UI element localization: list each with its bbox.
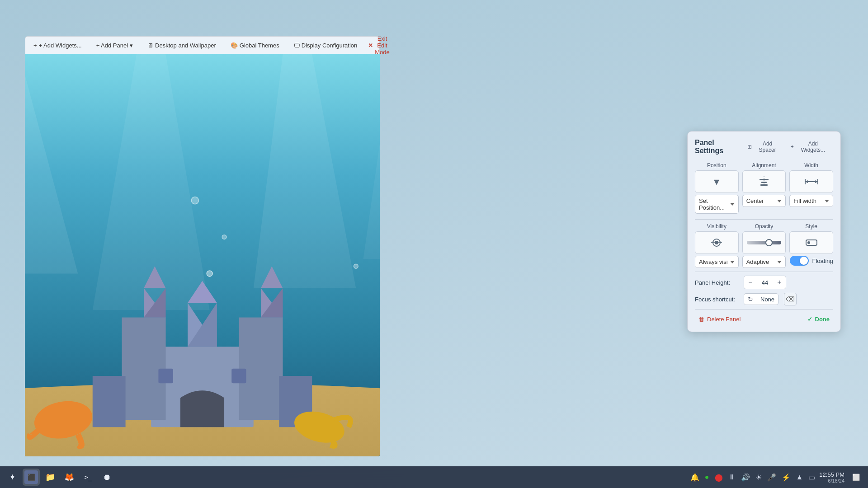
global-themes-label: Global Themes xyxy=(240,42,279,49)
delete-panel-button[interactable]: 🗑 Delete Panel xyxy=(695,314,744,324)
header-add-widgets-button[interactable]: + Add Widgets... xyxy=(788,139,833,155)
mic-tray-icon[interactable]: 🎤 xyxy=(766,472,778,483)
panel-settings-header: Panel Settings ⊞ Add Spacer + Add Widget… xyxy=(695,139,833,155)
focus-shortcut-value: None xyxy=(757,294,778,305)
add-panel-button[interactable]: + Add Panel ▾ xyxy=(92,40,137,51)
visibility-label: Visibility xyxy=(707,223,726,230)
active-app-icon: ⬛ xyxy=(24,470,38,484)
network-tray-icon[interactable]: ▲ xyxy=(795,472,805,482)
display-icon: 🖵 xyxy=(294,42,300,49)
panel-settings-bottom-actions: 🗑 Delete Panel ✓ Done xyxy=(695,314,833,324)
panel-height-row: Panel Height: − 44 + xyxy=(695,276,833,289)
battery-tray-icon[interactable]: ▭ xyxy=(807,472,816,483)
app-tray-icon1[interactable]: ● xyxy=(703,472,711,482)
add-widgets-label: + Add Widgets... xyxy=(39,42,82,49)
width-icon-box xyxy=(789,170,833,193)
media-play-tray-icon[interactable]: ⏸ xyxy=(727,472,737,482)
add-spacer-button[interactable]: ⊞ Add Spacer xyxy=(745,139,784,155)
svg-rect-19 xyxy=(231,369,246,383)
active-app-button[interactable]: ⬛ xyxy=(23,469,40,486)
shortcut-clear-button[interactable]: ⌫ xyxy=(784,293,797,305)
divider-1 xyxy=(695,219,833,220)
alignment-dropdown[interactable]: Center Left Right xyxy=(742,195,786,207)
exit-icon: ✕ xyxy=(368,42,373,49)
visibility-always-icon xyxy=(709,236,724,249)
volume-tray-icon[interactable]: 🔊 xyxy=(740,472,751,483)
panel-settings-actions: ⊞ Add Spacer + Add Widgets... xyxy=(745,139,833,155)
floating-toggle-row: Floating xyxy=(789,256,833,266)
height-increase-button[interactable]: + xyxy=(773,276,786,289)
visibility-icon-box xyxy=(695,231,739,254)
bluetooth-tray-icon[interactable]: ⚡ xyxy=(780,472,792,483)
opacity-col: Opacity Adaptive 100% Transparent xyxy=(742,223,786,268)
terminal-button[interactable]: >_ xyxy=(80,469,97,486)
focus-shortcut-control: ↻ None xyxy=(744,293,778,305)
visibility-dropdown[interactable]: Always visible Auto hide xyxy=(695,256,739,268)
desktop-wallpaper-label: Desktop and Wallpaper xyxy=(155,42,216,49)
file-manager-button[interactable]: 📁 xyxy=(42,469,59,486)
wallpaper-preview xyxy=(25,54,380,456)
floating-toggle[interactable] xyxy=(790,256,809,266)
add-panel-chevron: ▾ xyxy=(130,42,133,49)
panel-height-label: Panel Height: xyxy=(695,279,740,286)
set-position-dropdown[interactable]: Set Position... xyxy=(695,195,739,214)
global-themes-button[interactable]: 🎨 Global Themes xyxy=(226,40,284,51)
style-col: Style Floating xyxy=(789,223,833,268)
panel-settings-panel: Panel Settings ⊞ Add Spacer + Add Widget… xyxy=(687,131,841,332)
taskbar: ✦ ⬛ 📁 🦊 >_ ⏺ 🔔 ● ⬤ ⏸ 🔊 ☀ 🎤 ⚡ ▲ ▭ 12:55 P… xyxy=(0,466,868,488)
focus-shortcut-row: Focus shortcut: ↻ None ⌫ xyxy=(695,293,833,305)
panel-height-control: − 44 + xyxy=(744,276,786,289)
add-widgets-button[interactable]: + + Add Widgets... xyxy=(29,40,86,51)
desktop-wallpaper-button[interactable]: 🖥 Desktop and Wallpaper xyxy=(143,40,221,51)
delete-panel-label: Delete Panel xyxy=(707,316,741,323)
browser-button[interactable]: 🦊 xyxy=(61,469,78,486)
record-tray-icon[interactable]: ⬤ xyxy=(713,472,724,483)
exit-edit-mode-button[interactable]: ✕ Exit Edit Mode xyxy=(363,33,394,57)
alignment-col: Alignment Center Left Right xyxy=(742,162,786,214)
fill-width-icon xyxy=(804,175,819,188)
obs-button[interactable]: ⏺ xyxy=(99,469,116,486)
opacity-label: Opacity xyxy=(755,223,774,230)
style-icon xyxy=(804,236,819,249)
clear-icon: ⌫ xyxy=(786,296,795,303)
checkmark-icon: ✓ xyxy=(807,316,812,323)
position-icon-box: ▾ xyxy=(695,170,739,193)
svg-rect-7 xyxy=(122,318,166,420)
add-widgets-icon: + xyxy=(33,42,37,49)
taskbar-right: 🔔 ● ⬤ ⏸ 🔊 ☀ 🎤 ⚡ ▲ ▭ 12:55 PM 6/16/24 ⬜ xyxy=(689,469,864,486)
height-decrease-button[interactable]: − xyxy=(744,276,757,289)
style-icon-box xyxy=(789,231,833,254)
svg-point-47 xyxy=(807,241,810,244)
position-alignment-width-section: Position ▾ Set Position... Alignment xyxy=(695,162,833,214)
done-button[interactable]: ✓ Done xyxy=(804,314,834,324)
visibility-col: Visibility Always visible Auto hide xyxy=(695,223,739,268)
svg-point-27 xyxy=(222,235,226,239)
display-config-label: Display Configuration xyxy=(302,42,358,49)
width-dropdown[interactable]: Fill width Custom xyxy=(789,195,833,207)
svg-point-30 xyxy=(354,264,358,268)
width-label: Width xyxy=(804,162,818,169)
opacity-icon-box xyxy=(742,231,786,254)
visibility-opacity-style-section: Visibility Always visible Auto hide Opac… xyxy=(695,223,833,268)
add-panel-label: + Add Panel xyxy=(96,42,128,49)
clock-widget[interactable]: 12:55 PM 6/16/24 xyxy=(819,471,844,483)
shortcut-refresh-icon: ↻ xyxy=(744,294,757,305)
show-desktop-button[interactable]: ⬜ xyxy=(847,469,864,486)
notification-tray-icon[interactable]: 🔔 xyxy=(689,472,701,483)
svg-point-43 xyxy=(715,241,718,244)
svg-point-26 xyxy=(207,271,212,277)
clock-date: 6/16/24 xyxy=(819,478,844,483)
divider-2 xyxy=(695,272,833,272)
focus-shortcut-label: Focus shortcut: xyxy=(695,296,740,303)
panel-height-value: 44 xyxy=(757,279,773,286)
scene-svg xyxy=(25,54,380,456)
alignment-label: Alignment xyxy=(752,162,776,169)
brightness-tray-icon[interactable]: ☀ xyxy=(754,472,763,483)
browser-icon: 🦊 xyxy=(64,472,74,482)
opacity-dropdown[interactable]: Adaptive 100% Transparent xyxy=(742,256,786,268)
svg-point-28 xyxy=(191,197,198,204)
app-launcher-button[interactable]: ✦ xyxy=(4,469,21,486)
alignment-center-icon xyxy=(758,175,770,188)
app-launcher-icon: ✦ xyxy=(9,472,16,482)
display-config-button[interactable]: 🖵 Display Configuration xyxy=(289,40,362,51)
